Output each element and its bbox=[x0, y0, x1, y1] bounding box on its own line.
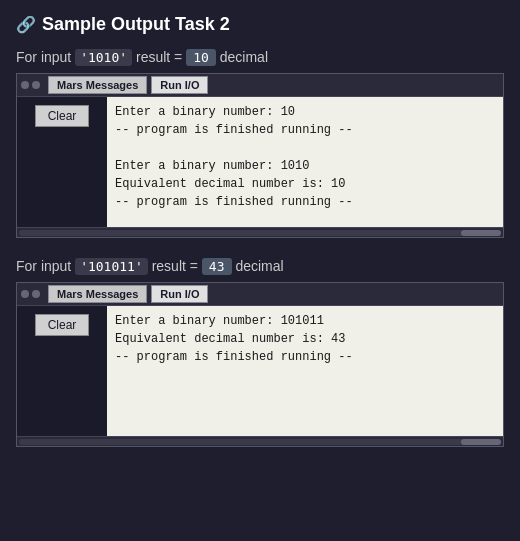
example-1-terminal-body: Clear Enter a binary number: 10 -- progr… bbox=[17, 97, 503, 227]
dot-3 bbox=[21, 290, 29, 298]
dot-1 bbox=[21, 81, 29, 89]
example-1-scrollbar-track bbox=[19, 230, 501, 236]
example-2-description: For input '101011' result = 43 decimal bbox=[16, 258, 504, 274]
example-1-result-badge: 10 bbox=[186, 49, 216, 66]
example-1-sidebar: Clear bbox=[17, 97, 107, 227]
dot-4 bbox=[32, 290, 40, 298]
tab-mars-messages-2[interactable]: Mars Messages bbox=[48, 285, 147, 303]
tab-run-io-2[interactable]: Run I/O bbox=[151, 285, 208, 303]
example-1-section: For input '1010' result = 10 decimal Mar… bbox=[16, 49, 504, 238]
example-2-terminal: Mars Messages Run I/O Clear Enter a bina… bbox=[16, 282, 504, 447]
example-2-scrollbar[interactable] bbox=[17, 436, 503, 446]
titlebar-dots-1 bbox=[21, 81, 40, 89]
example-1-output: Enter a binary number: 10 -- program is … bbox=[107, 97, 503, 227]
example-1-input-code: '1010' bbox=[75, 49, 132, 66]
example-2-scrollbar-track bbox=[19, 439, 501, 445]
example-2-result-badge: 43 bbox=[202, 258, 232, 275]
tab-run-io-1[interactable]: Run I/O bbox=[151, 76, 208, 94]
example-2-terminal-body: Clear Enter a binary number: 101011 Equi… bbox=[17, 306, 503, 436]
example-1-terminal: Mars Messages Run I/O Clear Enter a bina… bbox=[16, 73, 504, 238]
example-2-output: Enter a binary number: 101011 Equivalent… bbox=[107, 306, 503, 436]
example-2-sidebar: Clear bbox=[17, 306, 107, 436]
dot-2 bbox=[32, 81, 40, 89]
example-1-clear-button[interactable]: Clear bbox=[35, 105, 90, 127]
example-2-titlebar: Mars Messages Run I/O bbox=[17, 283, 503, 306]
link-icon: 🔗 bbox=[16, 15, 36, 34]
titlebar-dots-2 bbox=[21, 290, 40, 298]
tab-mars-messages-1[interactable]: Mars Messages bbox=[48, 76, 147, 94]
example-1-description: For input '1010' result = 10 decimal bbox=[16, 49, 504, 65]
example-1-scrollbar-thumb bbox=[461, 230, 501, 236]
example-2-scrollbar-thumb bbox=[461, 439, 501, 445]
page-title: 🔗 Sample Output Task 2 bbox=[16, 14, 504, 35]
example-2-section: For input '101011' result = 43 decimal M… bbox=[16, 258, 504, 447]
example-1-titlebar: Mars Messages Run I/O bbox=[17, 74, 503, 97]
example-2-input-code: '101011' bbox=[75, 258, 148, 275]
example-2-clear-button[interactable]: Clear bbox=[35, 314, 90, 336]
example-1-scrollbar[interactable] bbox=[17, 227, 503, 237]
